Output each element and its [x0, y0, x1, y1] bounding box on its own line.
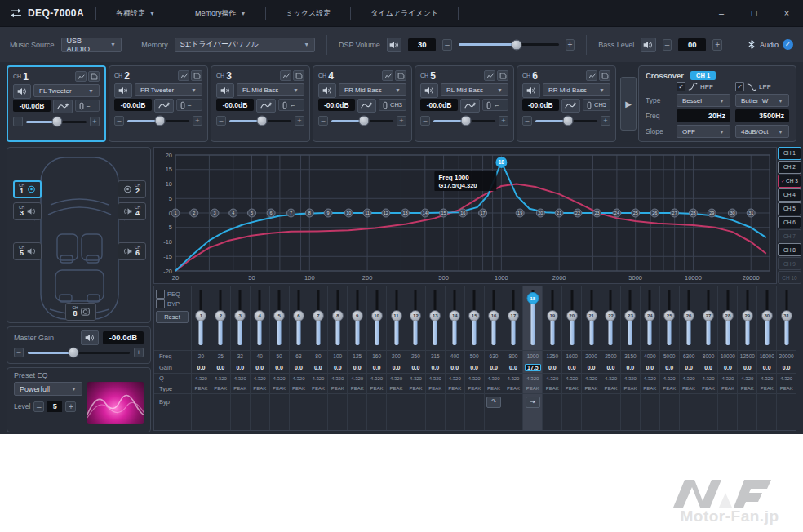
band-slider-26[interactable]: 26 — [680, 286, 699, 350]
band-gain-19[interactable]: 0.0 — [543, 361, 561, 373]
menu-4[interactable]: タイムアライメント — [362, 8, 446, 19]
phase-link-button[interactable]: ← — [482, 99, 508, 111]
band-slider-15[interactable]: 15 — [465, 286, 484, 350]
band-slider-21[interactable]: 21 — [582, 286, 601, 350]
band-knob-10[interactable]: 10 — [371, 310, 383, 321]
channel-mute-button[interactable] — [13, 84, 31, 99]
phase-link-button[interactable]: CH3 — [379, 99, 406, 111]
slider-handle[interactable] — [69, 348, 79, 358]
band-knob-28[interactable]: 28 — [722, 310, 734, 321]
menu-2[interactable]: Memory操作▼ — [187, 8, 254, 19]
phase-link-button[interactable]: CH5 — [583, 99, 610, 111]
channel-gain-value[interactable]: -00.0dB — [114, 99, 152, 111]
band-slider-30[interactable]: 30 — [757, 286, 776, 350]
band-gain-9[interactable]: 0.0 — [348, 361, 366, 373]
car-channel-button-ch6[interactable]: CH6 — [118, 242, 146, 260]
band-gain-6[interactable]: 0.0 — [290, 361, 308, 373]
channel-mute-button[interactable] — [420, 83, 438, 98]
band-knob-9[interactable]: 9 — [352, 310, 363, 321]
band-gain-8[interactable]: 0.0 — [328, 361, 347, 373]
band-knob-19[interactable]: 19 — [547, 310, 558, 321]
band-slider-29[interactable]: 29 — [738, 286, 756, 350]
channel-gain-minus-button[interactable]: – — [420, 116, 430, 126]
slider-handle[interactable] — [358, 116, 369, 126]
band-slider-4[interactable]: 4 — [251, 286, 269, 350]
channel-gain-slider[interactable] — [26, 121, 87, 123]
band-slider-23[interactable]: 23 — [621, 286, 640, 350]
redo-arrow-icon[interactable]: ↷ — [486, 397, 501, 408]
dsp-volume-plus-button[interactable]: + — [566, 39, 575, 51]
band-gain-13[interactable]: 0.0 — [426, 361, 445, 373]
preset-b-icon[interactable] — [191, 70, 202, 81]
band-gain-5[interactable]: 0.0 — [270, 361, 289, 373]
band-knob-30[interactable]: 30 — [761, 310, 773, 321]
band-slider-24[interactable]: 24 — [641, 286, 659, 350]
lpf-checkbox[interactable]: ✓ LPF — [735, 82, 789, 91]
car-channel-button-ch4[interactable]: CH4 — [118, 202, 146, 220]
band-gain-3[interactable]: 0.0 — [231, 361, 250, 373]
graph-channel-button-3[interactable]: ✓CH 3 — [778, 175, 801, 188]
band-gain-16[interactable]: 0.0 — [485, 361, 504, 373]
car-channel-button-ch5[interactable]: CH5 — [13, 242, 42, 260]
channel-gain-minus-button[interactable]: – — [216, 116, 226, 126]
band-knob-7[interactable]: 7 — [313, 310, 324, 321]
eq-curve-button[interactable] — [357, 99, 376, 113]
band-knob-14[interactable]: 14 — [449, 310, 460, 321]
graph-channel-button-2[interactable]: CH 2 — [778, 161, 801, 174]
channel-gain-slider[interactable] — [433, 120, 495, 122]
level-plus-button[interactable]: + — [65, 401, 76, 412]
eq-curve-button[interactable] — [256, 99, 276, 113]
phase-link-button[interactable]: – — [176, 99, 202, 111]
hpf-type-select[interactable]: Bessel▼ — [677, 94, 730, 107]
hpf-freq-field[interactable]: 20Hz — [677, 109, 730, 122]
band-gain-2[interactable]: 0.0 — [211, 361, 230, 373]
band-gain-31[interactable]: 0.0 — [777, 361, 796, 373]
channel-gain-plus-button[interactable]: + — [397, 116, 406, 126]
band-slider-17[interactable]: 17 — [504, 286, 523, 350]
band-gain-14[interactable]: 0.0 — [446, 361, 464, 373]
speaker-select[interactable]: FL Mid Bass▼ — [237, 83, 304, 96]
band-knob-13[interactable]: 13 — [429, 310, 441, 321]
graph-channel-button-10[interactable]: CH 10 — [778, 271, 801, 284]
band-gain-7[interactable]: 0.0 — [308, 361, 327, 373]
channel-gain-value[interactable]: -00.0dB — [420, 99, 458, 111]
channel-gain-plus-button[interactable]: + — [601, 116, 610, 126]
eq-curve-button[interactable] — [154, 99, 174, 113]
menu-1[interactable]: 各種設定▼ — [108, 8, 163, 19]
memory-select[interactable]: S1:ドライバーパワフル▼ — [175, 38, 316, 52]
level-minus-button[interactable]: – — [33, 401, 44, 412]
band-knob-2[interactable]: 2 — [215, 310, 226, 321]
phase-link-button[interactable]: ← — [278, 99, 304, 111]
byp-checkbox[interactable]: BYP — [156, 299, 189, 308]
band-slider-25[interactable]: 25 — [660, 286, 679, 350]
band-gain-26[interactable]: 0.0 — [680, 361, 699, 373]
band-gain-22[interactable]: 0.0 — [601, 361, 620, 373]
preset-a-icon[interactable] — [280, 70, 291, 81]
speaker-select[interactable]: FR Mid Bass▼ — [339, 83, 406, 96]
preset-a-icon[interactable] — [382, 70, 393, 81]
menu-3[interactable]: ミックス設定 — [277, 8, 339, 19]
band-knob-20[interactable]: 20 — [566, 310, 578, 321]
band-knob-16[interactable]: 16 — [488, 310, 499, 321]
band-gain-28[interactable]: 0.0 — [718, 361, 737, 373]
speaker-select[interactable]: FL Tweeter▼ — [33, 84, 100, 97]
graph-channel-button-7[interactable]: CH 7 — [778, 229, 801, 242]
band-slider-27[interactable]: 27 — [699, 286, 718, 350]
band-slider-10[interactable]: 10 — [367, 286, 386, 350]
bass-level-minus-button[interactable]: – — [663, 39, 672, 51]
master-gain-mute-button[interactable] — [81, 330, 99, 345]
channel-gain-value[interactable]: -00.0dB — [216, 99, 254, 111]
band-slider-13[interactable]: 13 — [426, 286, 445, 350]
band-gain-11[interactable]: 0.0 — [387, 361, 406, 373]
band-gain-21[interactable]: 0.0 — [582, 361, 601, 373]
band-gain-4[interactable]: 0.0 — [251, 361, 269, 373]
slider-handle[interactable] — [562, 116, 573, 126]
channel-gain-value[interactable]: -00.0dB — [318, 99, 355, 111]
channel-mute-button[interactable] — [522, 83, 540, 98]
graph-channel-button-4[interactable]: CH 4 — [778, 188, 801, 202]
band-gain-30[interactable]: 0.0 — [757, 361, 776, 373]
music-source-select[interactable]: USB AUDIO▼ — [61, 38, 122, 52]
speaker-select[interactable]: RR Mid Bass▼ — [543, 83, 610, 96]
band-slider-2[interactable]: 2 — [211, 286, 230, 350]
channel-gain-minus-button[interactable]: – — [318, 116, 328, 126]
